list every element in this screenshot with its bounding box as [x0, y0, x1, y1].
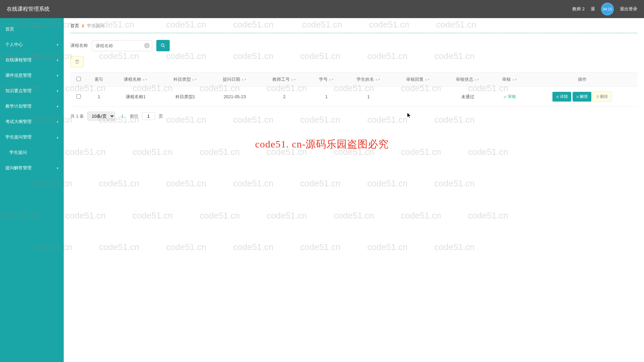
header-right: 教师 2 退 04:15 退出登录 — [572, 3, 637, 15]
list-icon — [576, 95, 579, 99]
breadcrumb-separator: // — [82, 23, 84, 28]
pager-goto-suffix: 页 — [159, 113, 163, 119]
col-index[interactable]: 索引 — [87, 72, 111, 87]
col-checkbox — [70, 72, 87, 87]
col-review[interactable]: 审核▲▼ — [492, 72, 527, 87]
sort-icon: ▲▼ — [474, 79, 480, 80]
sidebar-item-profile[interactable]: 个人中心▾ — [0, 37, 64, 52]
search-row: 课程名称 ✕ — [70, 40, 637, 51]
pagination: 共 1 条 10条/页 1 前往 页 — [70, 112, 637, 121]
chevron-down-icon: ▾ — [57, 74, 58, 77]
cell-index: 1 — [87, 87, 111, 107]
cell-review-reply — [393, 87, 443, 107]
col-actions: 操作 — [527, 72, 637, 87]
col-review-reply[interactable]: 审核回复▲▼ — [393, 72, 443, 87]
trash-icon — [75, 59, 79, 64]
cell-date: 2021-05-23 — [210, 87, 260, 107]
chevron-down-icon: ▾ — [57, 43, 58, 47]
list-icon — [556, 95, 559, 99]
sort-icon: ▲▼ — [192, 79, 197, 80]
sidebar-item-student-question-sub[interactable]: 学生提问 — [0, 145, 64, 160]
col-student-no[interactable]: 学号▲▼ — [309, 72, 343, 87]
review-link[interactable]: 审核 — [503, 94, 516, 100]
breadcrumb: 首页 // 学生提问 — [70, 23, 637, 33]
sort-icon: ▲▼ — [425, 79, 430, 80]
sidebar-item-exam-outline[interactable]: 考试大纲管理▾ — [0, 114, 64, 129]
cell-student-no: 1 — [309, 87, 343, 107]
logout-link[interactable]: 退出登录 — [620, 6, 637, 12]
sidebar-item-online-course[interactable]: 在线课程管理▾ — [0, 52, 64, 68]
table-header-row: 索引 课程名称▲▼ 科目类型▲▼ 提问日期▲▼ 教师工号▲▼ 学号▲▼ 学生姓名… — [70, 72, 637, 87]
avatar[interactable]: 04:15 — [601, 3, 614, 15]
breadcrumb-current: 学生提问 — [87, 23, 104, 29]
chevron-down-icon: ▾ — [57, 58, 58, 62]
course-name-input[interactable] — [92, 40, 152, 51]
col-teacher-no[interactable]: 教师工号▲▼ — [260, 72, 309, 87]
pager-size-select[interactable]: 10条/页 — [87, 112, 115, 121]
app-title: 在线课程管理系统 — [7, 6, 572, 13]
breadcrumb-home[interactable]: 首页 — [70, 23, 79, 29]
sidebar-item-home[interactable]: 首页 — [0, 21, 64, 37]
center-watermark: code51. cn-源码乐园盗图必究 — [255, 137, 389, 151]
cell-review: 审核 — [492, 87, 527, 107]
search-icon — [161, 43, 165, 48]
cell-teacher-no: 2 — [260, 87, 309, 107]
sidebar-item-student-question[interactable]: 学生提问管理▴ — [0, 129, 64, 145]
sidebar-item-label: 在线课程管理 — [5, 57, 32, 63]
sort-icon: ▲▼ — [329, 79, 334, 80]
col-review-status[interactable]: 审核状态▲▼ — [443, 72, 492, 87]
col-course[interactable]: 课程名称▲▼ — [111, 72, 161, 87]
sidebar: 首页 个人中心▾ 在线课程管理▾ 课件信息管理▾ 知识要点管理▾ 教学计划管理▾… — [0, 18, 64, 362]
sidebar-item-label: 知识要点管理 — [5, 88, 32, 94]
sort-icon: ▲▼ — [291, 79, 296, 80]
table-row: 1 课程名称1 科目类型1 2021-05-23 2 1 1 未通过 审核 — [70, 87, 637, 107]
chevron-up-icon: ▴ — [57, 135, 58, 139]
svg-point-0 — [161, 44, 164, 47]
sidebar-item-label: 课件信息管理 — [5, 72, 32, 78]
sidebar-item-knowledge[interactable]: 知识要点管理▾ — [0, 83, 64, 99]
sidebar-item-courseware[interactable]: 课件信息管理▾ — [0, 68, 64, 83]
answer-button[interactable]: 解答 — [573, 92, 591, 102]
sort-icon: ▲▼ — [241, 79, 247, 80]
chevron-down-icon: ▾ — [57, 166, 58, 170]
pager-total: 共 1 条 — [70, 113, 84, 119]
sidebar-item-label: 考试大纲管理 — [5, 119, 32, 125]
edit-icon — [503, 95, 507, 99]
sidebar-item-label: 提问解答管理 — [5, 165, 32, 171]
trash-icon — [596, 95, 599, 99]
clear-icon[interactable]: ✕ — [144, 43, 150, 48]
sort-icon: ▲▼ — [512, 79, 517, 80]
user-name[interactable]: 教师 2 — [572, 6, 585, 12]
cursor-icon — [407, 113, 412, 119]
sidebar-item-label: 个人中心 — [5, 42, 23, 48]
pager-goto-input[interactable] — [142, 112, 155, 120]
col-student-name[interactable]: 学生姓名▲▼ — [344, 72, 393, 87]
sidebar-item-label: 学生提问管理 — [5, 134, 32, 140]
chevron-down-icon: ▾ — [57, 105, 58, 108]
back-link-partial[interactable]: 退 — [591, 6, 595, 12]
detail-button[interactable]: 详情 — [552, 92, 571, 102]
main-content: 首页 // 学生提问 课程名称 ✕ 索引 课程名称▲▼ 科目类型 — [64, 18, 644, 362]
col-subject[interactable]: 科目类型▲▼ — [160, 72, 210, 87]
pager-goto-prefix: 前往 — [130, 113, 139, 119]
data-table: 索引 课程名称▲▼ 科目类型▲▼ 提问日期▲▼ 教师工号▲▼ 学号▲▼ 学生姓名… — [70, 72, 637, 107]
select-all-checkbox[interactable] — [76, 77, 81, 81]
app-header: 在线课程管理系统 教师 2 退 04:15 退出登录 — [0, 0, 644, 18]
search-button[interactable] — [156, 40, 170, 51]
cell-course: 课程名称1 — [111, 87, 161, 107]
sidebar-item-teach-plan[interactable]: 教学计划管理▾ — [0, 99, 64, 114]
pager-current[interactable]: 1 — [118, 113, 126, 119]
sort-icon: ▲▼ — [375, 79, 380, 80]
sidebar-item-label: 学生提问 — [9, 149, 27, 156]
cell-student-name: 1 — [344, 87, 393, 107]
chevron-down-icon: ▾ — [57, 120, 58, 124]
col-date[interactable]: 提问日期▲▼ — [210, 72, 260, 87]
delete-button[interactable]: 删除 — [592, 92, 612, 102]
delete-batch-button[interactable] — [70, 56, 84, 67]
cell-subject: 科目类型1 — [160, 87, 210, 107]
sidebar-item-question-answer[interactable]: 提问解答管理▾ — [0, 160, 64, 176]
svg-line-1 — [164, 46, 165, 47]
sidebar-item-label: 教学计划管理 — [5, 103, 32, 109]
row-checkbox[interactable] — [76, 94, 81, 99]
cell-actions: 详情 解答 删除 — [527, 87, 637, 107]
